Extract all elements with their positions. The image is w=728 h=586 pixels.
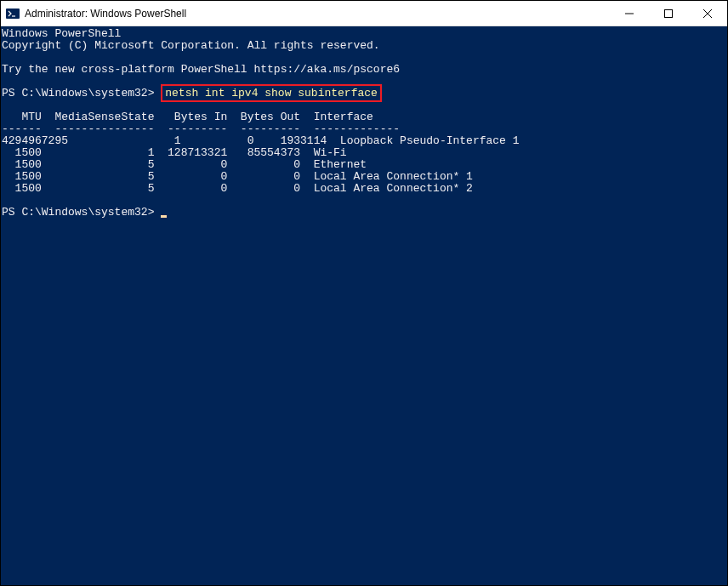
prompt-text: PS C:\Windows\system32> xyxy=(2,206,161,219)
powershell-icon xyxy=(6,7,20,20)
copyright-line: Copyright (C) Microsoft Corporation. All… xyxy=(2,40,726,52)
header-line: Windows PowerShell xyxy=(2,28,726,40)
table-row: 1500 5 0 0 Ethernet xyxy=(2,159,726,171)
table-row: 4294967295 1 0 1933114 Loopback Pseudo-I… xyxy=(2,135,726,147)
window-controls xyxy=(610,1,727,26)
window-title: Administrator: Windows PowerShell xyxy=(25,8,610,20)
table-row: 1500 5 0 0 Local Area Connection* 1 xyxy=(2,171,726,183)
table-row: 1500 1 128713321 85554373 Wi-Fi xyxy=(2,147,726,159)
prompt-line-1: PS C:\Windows\system32> netsh int ipv4 s… xyxy=(2,88,726,100)
try-line: Try the new cross-platform PowerShell ht… xyxy=(2,64,726,76)
terminal-content[interactable]: Windows PowerShellCopyright (C) Microsof… xyxy=(1,26,727,585)
highlighted-command: netsh int ipv4 show subinterface xyxy=(161,84,382,102)
terminal-cursor xyxy=(161,215,167,218)
prompt-line-2: PS C:\Windows\system32> xyxy=(2,207,726,219)
minimize-button[interactable] xyxy=(610,1,649,26)
titlebar[interactable]: Administrator: Windows PowerShell xyxy=(1,1,727,26)
powershell-window: Administrator: Windows PowerShell Window… xyxy=(0,0,728,586)
table-header: MTU MediaSenseState Bytes In Bytes Out I… xyxy=(2,111,726,123)
blank-line xyxy=(2,195,726,207)
blank-line xyxy=(2,52,726,64)
prompt-text: PS C:\Windows\system32> xyxy=(2,87,161,100)
svg-rect-3 xyxy=(665,9,673,17)
maximize-button[interactable] xyxy=(649,1,688,26)
close-button[interactable] xyxy=(688,1,727,26)
command-text: netsh int ipv4 show subinterface xyxy=(165,87,378,100)
table-divider: ------ --------------- --------- -------… xyxy=(2,123,726,135)
table-row: 1500 5 0 0 Local Area Connection* 2 xyxy=(2,183,726,195)
svg-rect-0 xyxy=(6,9,20,19)
